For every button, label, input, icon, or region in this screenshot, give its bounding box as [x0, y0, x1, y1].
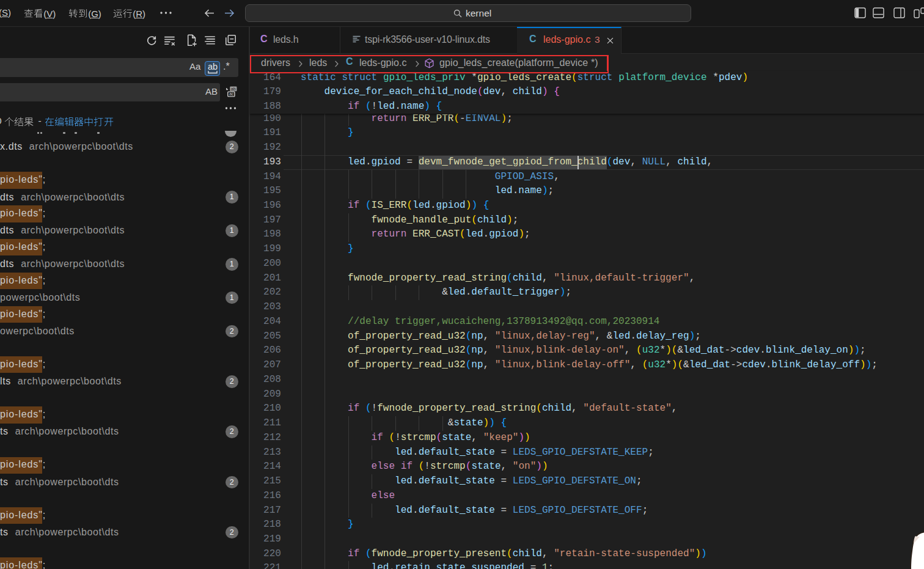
svg-text:ab: ab	[231, 87, 236, 91]
svg-text:ac: ac	[229, 92, 234, 96]
